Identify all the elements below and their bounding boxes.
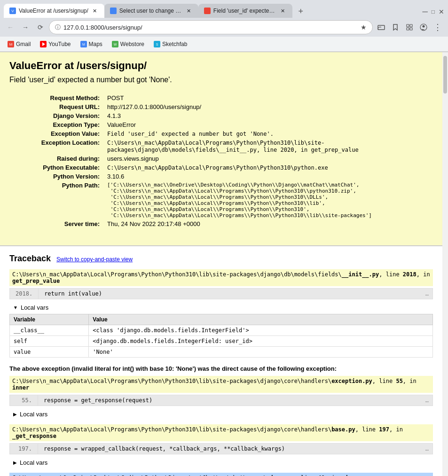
bookmarks-bar: M Gmail YouTube M Maps W Webstore bbox=[0, 37, 448, 52]
frame2-toggle-arrow: ▶ bbox=[13, 412, 17, 417]
scrollbar-thumb[interactable] bbox=[443, 56, 447, 94]
label-exception-type: Exception Type: bbox=[9, 120, 103, 129]
extensions-button[interactable] bbox=[403, 21, 416, 34]
frame4-filepath: C:\Users\n_mac\OneDrive\Desktop\Coding\P… bbox=[9, 473, 433, 476]
value-request-method: POST bbox=[103, 94, 433, 102]
profile-button[interactable] bbox=[417, 21, 430, 34]
maximize-button[interactable]: □ bbox=[432, 8, 435, 15]
frame1-vars-header-row: Variable Value bbox=[10, 314, 433, 325]
svg-rect-9 bbox=[410, 28, 412, 30]
label-exception-location: Exception Location: bbox=[9, 138, 103, 154]
copy-paste-view-link[interactable]: Switch to copy-and-paste view bbox=[56, 256, 133, 263]
value-server-time: Thu, 24 Nov 2022 20:17:48 +0000 bbox=[103, 219, 433, 228]
toolbar-icons: ⋮ bbox=[375, 21, 444, 34]
frame1-local-vars-toggle[interactable]: ▼ Local vars bbox=[9, 301, 433, 314]
error-section: ValueError at /users/signup/ Field 'user… bbox=[0, 52, 442, 245]
reload-button[interactable]: ⟳ bbox=[34, 21, 47, 34]
tab2-favicon-icon bbox=[110, 8, 116, 14]
profile-icon bbox=[420, 23, 427, 31]
tab2-close-button[interactable]: ✕ bbox=[185, 7, 193, 15]
tab2-label: Select user to change | Django bbox=[119, 8, 182, 14]
frame1-ellipsis: … bbox=[425, 290, 432, 297]
bookmark-youtube[interactable]: YouTube bbox=[36, 39, 74, 49]
page-container: ValueError at /users/signup/ Field 'user… bbox=[0, 52, 448, 476]
value-exception-value: Field 'user_id' expected a number but go… bbox=[103, 129, 433, 138]
sketchfab-icon: S bbox=[154, 41, 160, 47]
tab-2[interactable]: Select user to change | Django ✕ bbox=[104, 4, 198, 18]
error-title: ValueError at /users/signup/ bbox=[9, 60, 433, 72]
value-python-path: ['C:\\Users\\n_mac\\OneDrive\\Desktop\\C… bbox=[103, 181, 433, 219]
info-row-python-ver: Python Version: 3.10.6 bbox=[9, 172, 433, 181]
address-bar[interactable]: ⓘ 127.0.0.1:8000/users/signup/ ★ bbox=[49, 20, 373, 34]
svg-point-5 bbox=[378, 29, 379, 30]
frame3-code-line: 197. response = wrapped_callback(request… bbox=[10, 444, 432, 454]
bookmark-maps[interactable]: M Maps bbox=[77, 39, 106, 49]
close-window-button[interactable]: ✕ bbox=[439, 8, 444, 16]
frame3-ellipsis: … bbox=[425, 445, 432, 452]
forward-button[interactable]: → bbox=[19, 21, 32, 34]
frame1-line-code: return int(value) bbox=[39, 289, 425, 299]
frame1-var-row-3: value 'None' bbox=[10, 347, 433, 358]
value-python-version: 3.10.6 bbox=[103, 172, 433, 181]
frame3-filepath: C:\Users\n_mac\AppData\Local\Programs\Py… bbox=[9, 424, 433, 441]
bookmark-sketchfab[interactable]: S Sketchfab bbox=[150, 39, 191, 49]
tab3-close-button[interactable]: ✕ bbox=[279, 7, 287, 15]
frame1-var-row-2: self <django.db.models.fields.IntegerFie… bbox=[10, 336, 433, 347]
info-row-python-path: Python Path: ['C:\\Users\\n_mac\\OneDriv… bbox=[9, 181, 433, 219]
label-raised-during: Raised during: bbox=[9, 154, 103, 163]
bookmark-button[interactable] bbox=[389, 21, 402, 34]
frame2-ellipsis: … bbox=[425, 397, 432, 404]
frame3-local-vars-label: Local vars bbox=[20, 459, 47, 466]
value-exception-location: C:\Users\n_mac\AppData\Local\Programs\Py… bbox=[103, 138, 433, 154]
value-raised-during: users.views.signup bbox=[103, 154, 433, 163]
webstore-icon: W bbox=[112, 41, 118, 47]
url-text: 127.0.0.1:8000/users/signup/ bbox=[63, 24, 358, 31]
frame3-line-code: response = wrapped_callback(request, *ca… bbox=[38, 444, 425, 454]
menu-button[interactable]: ⋮ bbox=[431, 21, 444, 34]
frame1-toggle-arrow: ▼ bbox=[13, 305, 18, 310]
info-row-raised: Raised during: users.views.signup bbox=[9, 154, 433, 163]
minimize-button[interactable]: ─ bbox=[422, 8, 427, 16]
traceback-frame-1: C:\Users\n_mac\AppData\Local\Programs\Py… bbox=[9, 269, 433, 358]
label-server-time: Server time: bbox=[9, 219, 103, 228]
frame3-code-block: 197. response = wrapped_callback(request… bbox=[9, 443, 433, 454]
tab1-favicon-icon: V bbox=[10, 8, 16, 14]
svg-rect-6 bbox=[407, 24, 409, 27]
bookmark-icon bbox=[392, 23, 399, 31]
tab3-label: Field 'user_id' expected a num... bbox=[213, 8, 276, 14]
svg-rect-7 bbox=[410, 24, 412, 27]
frame1-local-vars-table: Variable Value __class__ <class 'django.… bbox=[9, 314, 433, 358]
info-row-python-exe: Python Executable: C:\Users\n_mac\AppDat… bbox=[9, 163, 433, 172]
frame1-filepath: C:\Users\n_mac\AppData\Local\Programs\Py… bbox=[9, 269, 433, 286]
info-row-method: Request Method: POST bbox=[9, 94, 433, 102]
frame1-line-num: 2018. bbox=[10, 289, 39, 299]
svg-rect-8 bbox=[407, 28, 409, 30]
bookmark-webstore[interactable]: W Webstore bbox=[108, 39, 148, 49]
bookmark-star-icon[interactable]: ★ bbox=[361, 23, 367, 31]
info-row-url: Request URL: http://127.0.0.1:8000/users… bbox=[9, 102, 433, 111]
cast-icon bbox=[377, 23, 385, 31]
tab-3[interactable]: Field 'user_id' expected a num... ✕ bbox=[198, 4, 292, 18]
frame1-vars-col-variable: Variable bbox=[10, 314, 89, 325]
frame1-code-block: 2018. return int(value) … bbox=[9, 288, 433, 299]
label-request-method: Request Method: bbox=[9, 94, 103, 102]
value-python-executable: C:\Users\n_mac\AppData\Local\Programs\Py… bbox=[103, 163, 433, 172]
frame1-var-name-2: self bbox=[10, 336, 89, 347]
label-python-path: Python Path: bbox=[9, 181, 103, 219]
frame3-local-vars-toggle[interactable]: ▶ Local vars bbox=[9, 456, 433, 469]
new-tab-button[interactable]: + bbox=[294, 5, 307, 18]
tab1-close-button[interactable]: ✕ bbox=[91, 7, 99, 15]
tab3-favicon-icon bbox=[204, 8, 210, 14]
error-subtitle: Field 'user_id' expected a number but go… bbox=[9, 76, 433, 84]
frame2-local-vars-toggle[interactable]: ▶ Local vars bbox=[9, 408, 433, 421]
back-button[interactable]: ← bbox=[4, 21, 17, 34]
cast-button[interactable] bbox=[375, 21, 388, 34]
tab-1[interactable]: V ValueError at /users/signup/ ✕ bbox=[4, 4, 104, 18]
gmail-icon: M bbox=[8, 41, 14, 47]
frame1-var-name-1: __class__ bbox=[10, 325, 89, 336]
svg-text:S: S bbox=[156, 43, 158, 46]
main-scroll-area[interactable]: ValueError at /users/signup/ Field 'user… bbox=[0, 52, 442, 476]
traceback-frame-2: C:\Users\n_mac\AppData\Local\Programs\Py… bbox=[9, 376, 433, 421]
scrollbar[interactable] bbox=[442, 52, 448, 476]
bookmark-gmail[interactable]: M Gmail bbox=[4, 39, 34, 49]
